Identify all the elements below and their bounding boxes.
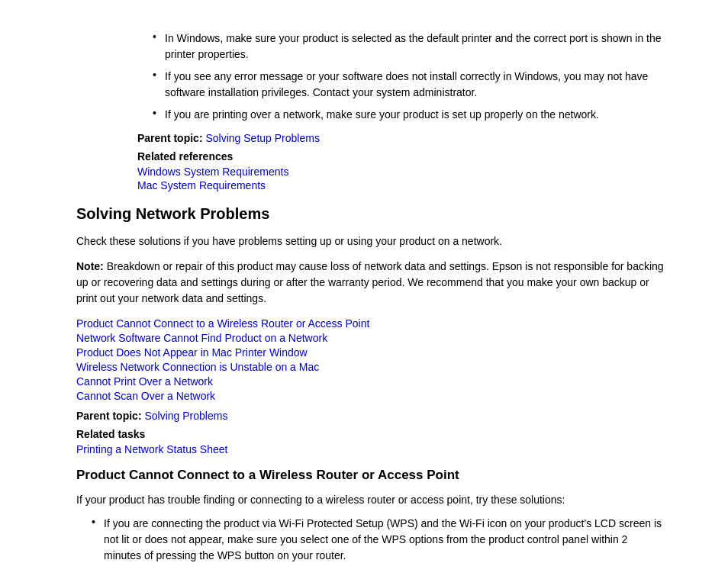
related-references-links-top: Windows System Requirements Mac System R… (137, 166, 667, 191)
network-link-5[interactable]: Cannot Scan Over a Network (76, 390, 667, 402)
network-link-4[interactable]: Cannot Print Over a Network (76, 375, 667, 388)
bullet-item-3: • If you are printing over a network, ma… (137, 107, 667, 123)
related-references-top: Related references Windows System Requir… (76, 150, 667, 191)
bullet-dot-3: • (153, 107, 165, 123)
parent-topic-link-top[interactable]: Solving Setup Problems (205, 132, 319, 144)
note-block: Note: Breakdown or repair of this produc… (76, 259, 667, 307)
network-link-1[interactable]: Network Software Cannot Find Product on … (76, 332, 667, 344)
network-link-0[interactable]: Product Cannot Connect to a Wireless Rou… (76, 317, 667, 330)
related-tasks-link[interactable]: Printing a Network Status Sheet (76, 443, 227, 455)
solving-network-intro: Check these solutions if you have proble… (76, 233, 667, 249)
related-references-title-top: Related references (137, 150, 667, 162)
bullet-text-3: If you are printing over a network, make… (165, 107, 599, 123)
product-connect-heading: Product Cannot Connect to a Wireless Rou… (76, 468, 667, 483)
bullet-item-1: • In Windows, make sure your product is … (137, 31, 667, 63)
product-connect-intro: If your product has trouble finding or c… (76, 492, 667, 508)
note-label: Note: (76, 260, 104, 272)
parent-topic-top: Parent topic: Solving Setup Problems (76, 132, 667, 144)
parent-topic-link-2[interactable]: Solving Problems (144, 410, 227, 422)
related-tasks-block: Related tasks Printing a Network Status … (76, 428, 667, 455)
windows-system-req-link[interactable]: Windows System Requirements (137, 166, 667, 178)
bullet-dot-1: • (153, 31, 165, 63)
product-connect-bullet-dot: • (92, 516, 104, 563)
bullet-text-2: If you see any error message or your sof… (165, 69, 667, 101)
bullet-dot-2: • (153, 69, 165, 101)
network-link-2[interactable]: Product Does Not Appear in Mac Printer W… (76, 346, 667, 359)
mac-system-req-link[interactable]: Mac System Requirements (137, 179, 667, 191)
parent-topic-label-2: Parent topic: (76, 410, 142, 422)
note-text: Breakdown or repair of this product may … (76, 260, 664, 304)
bullet-text-1: In Windows, make sure your product is se… (165, 31, 667, 63)
product-connect-bullet-inner: • If you are connecting the product via … (92, 516, 667, 563)
parent-topic-block-2: Parent topic: Solving Problems (76, 410, 667, 422)
network-links-list: Product Cannot Connect to a Wireless Rou… (76, 317, 667, 402)
top-bullets-section: • In Windows, make sure your product is … (76, 31, 667, 123)
page-container: • In Windows, make sure your product is … (0, 0, 728, 563)
product-connect-bullet-wrap: • If you are connecting the product via … (76, 516, 667, 563)
product-connect-bullet-text: If you are connecting the product via Wi… (104, 516, 667, 563)
related-tasks-title: Related tasks (76, 428, 667, 440)
solving-network-heading: Solving Network Problems (76, 205, 667, 223)
parent-topic-label-top: Parent topic: (137, 132, 203, 144)
bullet-item-2: • If you see any error message or your s… (137, 69, 667, 101)
network-link-3[interactable]: Wireless Network Connection is Unstable … (76, 361, 667, 373)
